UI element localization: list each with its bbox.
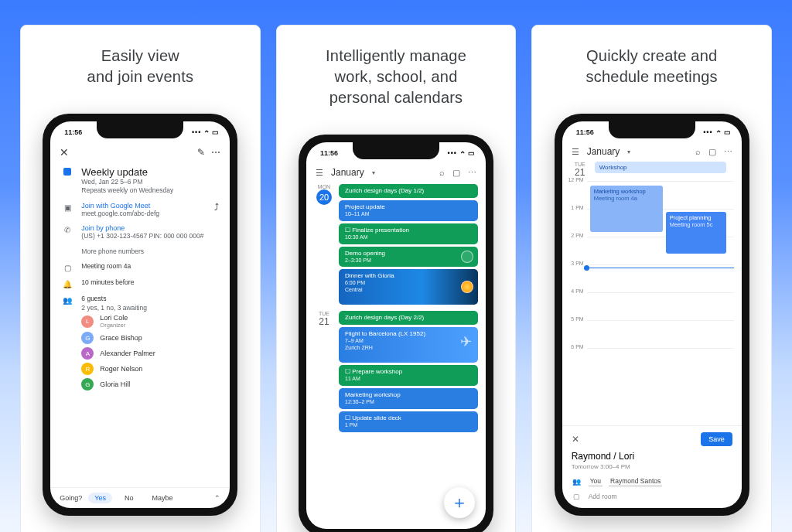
guest-name: Gloria Hill — [100, 380, 130, 388]
more-icon[interactable]: ⋯ — [468, 168, 476, 178]
daynum: 21 — [570, 167, 590, 178]
day-label[interactable]: MON 20 — [314, 184, 334, 305]
promo-panel-3: Quickly create and schedule meetings 11:… — [531, 25, 772, 532]
chevron-down-icon[interactable]: ▾ — [627, 148, 630, 155]
today-icon[interactable]: ▢ — [452, 168, 460, 178]
event-text: Marketing workshop — [345, 391, 401, 398]
meet-row[interactable]: ▣ Join with Google Meet meet.google.com/… — [50, 199, 230, 221]
phone-notch — [609, 121, 695, 138]
more-phone-row[interactable]: More phone numbers — [50, 244, 230, 259]
caption-3: Quickly create and schedule meetings — [586, 46, 718, 87]
weekday: TUE — [570, 162, 590, 167]
event-block[interactable]: ☐ Prepare workshop11 AM — [339, 365, 478, 386]
event-block[interactable]: Demo opening2–3:30 PM — [339, 247, 478, 268]
event-text: Finalize presentation — [352, 227, 409, 234]
status-icons — [448, 149, 475, 158]
add-room-label[interactable]: Add room — [589, 493, 617, 500]
battery-icon — [212, 128, 219, 136]
guest-item[interactable]: GGloria Hill — [81, 377, 219, 392]
rsvp-yes[interactable]: Yes — [88, 493, 112, 503]
event-block[interactable]: Zurich design days (Day 2/2) — [339, 311, 478, 325]
phone-frame: 11:56 ☰ January ▾ ⌕ ▢ ⋯ MON 20 Zurich de… — [299, 135, 493, 532]
event-loc: Meeting room 4a — [594, 195, 659, 202]
guest-chip[interactable]: Raymond Santos — [609, 476, 662, 486]
month-label[interactable]: January — [331, 167, 364, 178]
phone-row[interactable]: ✆ Join by phone (US) +1 302-123-4567 PIN… — [50, 221, 230, 244]
room-icon: ▢ — [572, 493, 582, 500]
menu-icon[interactable]: ☰ — [316, 168, 323, 178]
day-label[interactable]: TUE 21 — [314, 311, 334, 431]
new-event-indicator[interactable] — [587, 268, 734, 268]
guest-item[interactable]: LLori ColeOrganizer — [81, 312, 219, 330]
caption-1: Easily view and join events — [87, 46, 194, 87]
share-icon[interactable]: ⤴ — [214, 202, 219, 213]
caption-2: Intelligently manage work, school, and p… — [326, 46, 466, 108]
day-grid[interactable]: 12 PM 1 PM 2 PM 3 PM 4 PM 5 PM 6 PM Mark… — [567, 181, 734, 425]
create-event-fab[interactable]: ＋ — [444, 487, 475, 518]
guest-item[interactable]: GGrace Bishop — [81, 330, 219, 346]
event-block[interactable]: Marketing workshop Meeting room 4a — [590, 186, 663, 232]
event-header: Weekly update Wed, Jan 22 5–6 PM Repeats… — [50, 163, 230, 199]
daynum: 20 — [316, 189, 332, 205]
event-block[interactable]: Flight to Barcelona (LX 1952)7–9 AMZuric… — [339, 327, 478, 363]
edit-icon[interactable]: ✎ — [197, 147, 205, 158]
day-group: TUE 21 Zurich design days (Day 2/2) Flig… — [306, 309, 486, 433]
weekday: TUE — [314, 311, 334, 316]
more-icon[interactable]: ⋯ — [724, 147, 732, 157]
today-icon[interactable]: ▢ — [708, 147, 716, 157]
search-icon[interactable]: ⌕ — [439, 168, 445, 177]
event-block[interactable]: ☐ Update slide deck1 PM — [339, 411, 478, 432]
day-label[interactable]: TUE 21 — [570, 162, 590, 178]
event-block[interactable]: ☐ Finalize presentation10:30 AM — [339, 223, 478, 244]
event-block[interactable]: Zurich design days (Day 1/2) — [339, 184, 478, 198]
event-text: Marketing workshop — [594, 188, 659, 195]
guest-item[interactable]: RRoger Nelson — [81, 361, 219, 377]
event-block[interactable]: Project update10–11 AM — [339, 200, 478, 221]
calendar-color-icon — [61, 168, 73, 177]
save-button[interactable]: Save — [701, 432, 732, 446]
close-icon[interactable]: ✕ — [572, 434, 579, 445]
bell-icon: 🔔 — [61, 280, 73, 288]
new-event-title[interactable]: Raymond / Lori — [572, 451, 732, 462]
rsvp-chevron-icon[interactable]: ⌃ — [214, 494, 220, 502]
phone-screen: 11:56 ☰ January ▾ ⌕ ▢ ⋯ TUE 21 Workshop — [562, 121, 742, 508]
guests-row[interactable]: 👥 6 guests 2 yes, 1 no, 3 awaiting LLori… — [50, 292, 230, 395]
event-text: Project planning — [670, 214, 722, 221]
menu-icon[interactable]: ☰ — [572, 147, 579, 157]
event-text: Zurich design days (Day 2/2) — [345, 314, 424, 321]
event-loc: Zurich ZRH — [345, 345, 472, 352]
guest-chip[interactable]: You — [589, 476, 603, 486]
phone-notch — [353, 142, 439, 159]
calendar-toolbar: ☰ January ▾ ⌕ ▢ ⋯ — [562, 143, 742, 162]
close-icon[interactable]: ✕ — [60, 146, 69, 159]
rsvp-no[interactable]: No — [118, 493, 140, 503]
event-block[interactable]: Marketing workshop12:30–2 PM — [339, 388, 478, 409]
search-icon[interactable]: ⌕ — [695, 147, 701, 156]
event-time: 10–11 AM — [345, 211, 472, 218]
status-time: 11:56 — [64, 128, 82, 136]
new-event-time[interactable]: Tomorrow 3:00–4 PM — [572, 463, 732, 470]
meet-link[interactable]: Join with Google Meet — [81, 202, 207, 210]
phone-link[interactable]: Join by phone — [81, 224, 219, 232]
event-text: Zurich design days (Day 1/2) — [345, 187, 424, 194]
allday-event[interactable]: Workshop — [595, 162, 726, 173]
event-time: 2–3:30 PM — [345, 257, 472, 264]
event-time: 11 AM — [345, 376, 472, 383]
hour-label: 12 PM — [567, 177, 587, 205]
event-repeat: Repeats weekly on Wednesday — [81, 186, 219, 195]
more-phone-label[interactable]: More phone numbers — [81, 247, 144, 256]
guest-item[interactable]: AAlexander Palmer — [81, 346, 219, 361]
hour-label: 3 PM — [567, 261, 587, 288]
event-time: 1 PM — [345, 422, 472, 429]
chevron-down-icon[interactable]: ▾ — [372, 169, 375, 176]
rsvp-maybe[interactable]: Maybe — [146, 493, 179, 503]
month-label[interactable]: January — [587, 146, 620, 157]
room-row[interactable]: ▢ Add room — [572, 493, 732, 500]
more-icon[interactable]: ⋯ — [211, 147, 220, 158]
food-illustration-icon — [461, 281, 473, 293]
guest-name: Lori Cole — [100, 314, 128, 322]
caption-line: Intelligently manage — [326, 47, 466, 64]
event-block[interactable]: Dinner with Gloria6:00 PMCentral — [339, 269, 478, 305]
event-block[interactable]: Project planning Meeting room 5c — [666, 212, 726, 254]
caption-line: Quickly create and — [586, 47, 717, 64]
